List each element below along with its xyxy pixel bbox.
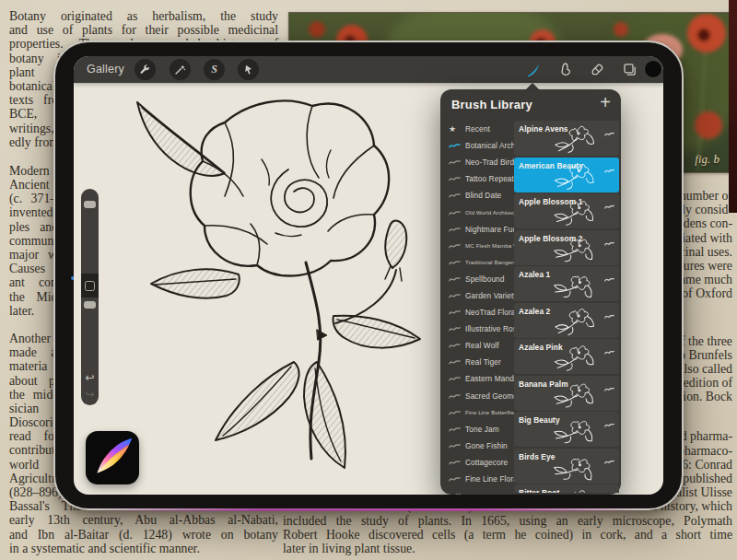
layers-icon <box>622 62 638 77</box>
transform-arrow-icon <box>242 64 254 76</box>
brush-set-label: Eastern Mandalas <box>465 374 514 383</box>
brush-row[interactable]: Bitter Root <box>514 484 619 493</box>
brush-set-row[interactable]: ★ Cottagecore <box>440 454 514 471</box>
brush-set-label: Old World Architecture <box>465 209 514 216</box>
brush-set-label: Illustrative Roses <box>465 324 514 333</box>
brush-set-row[interactable]: ★ Spellbound <box>440 271 514 287</box>
brush-set-row[interactable]: ★ Recent <box>440 121 514 137</box>
brush-set-row[interactable]: ★ Fine Line Floral <box>440 471 514 487</box>
brush-set-row[interactable]: ★ Tattoo Repeaters <box>440 170 514 187</box>
brush-size-slider[interactable] <box>84 201 96 208</box>
brush-set-row[interactable]: ★ Tone Jam <box>440 421 514 438</box>
brush-set-row[interactable]: ★ Botanical Archive <box>440 137 514 154</box>
brush-stroke-icon: ★ <box>449 226 461 233</box>
undo-button[interactable]: ↩ <box>81 371 99 384</box>
document-line: included the study of plants. In 1665, u… <box>283 514 732 528</box>
actions-button[interactable] <box>135 59 156 80</box>
procreate-swoosh-icon <box>86 431 139 484</box>
gallery-button[interactable]: Gallery <box>87 63 124 76</box>
brush-stroke-icon: ★ <box>449 426 461 433</box>
document-line: Robert Hooke discovered cells (a term he… <box>283 528 732 542</box>
brush-stroke-icon: ★ <box>449 175 461 182</box>
brush-set-list: ★ Recent ★ Botanical Archive <box>440 121 514 495</box>
tablet-frame: Gallery S <box>53 41 684 510</box>
brush-set-row[interactable]: ★ Blind Date <box>440 187 514 204</box>
brush-set-row[interactable]: ★ NeoTrad Florals <box>440 304 514 321</box>
brush-stroke-icon: ★ <box>449 392 461 400</box>
brush-set-row[interactable]: ★ Nightmare Fuel <box>440 221 514 238</box>
brush-set-label: Tattoo Repeaters <box>465 174 514 183</box>
brush-opacity-slider[interactable] <box>84 301 96 309</box>
brush-set-row[interactable]: ★ Eastern Mandalas <box>440 370 514 387</box>
brush-set-row[interactable]: ★ Traditional Bangers <box>440 254 514 271</box>
brush-set-row[interactable]: ★ Real Tiger <box>440 354 514 370</box>
brush-stroke-edit-icon <box>604 452 614 469</box>
redo-button[interactable]: ↪ <box>81 388 99 401</box>
brush-stroke-icon: ★ <box>449 259 461 266</box>
brush-set-label: Sacred Geometry <box>465 391 514 401</box>
brush-set-label: Tone Jam <box>465 425 499 434</box>
adjustments-button[interactable] <box>170 59 191 80</box>
brush-stroke-edit-icon <box>604 270 614 286</box>
brush-set-row[interactable]: ★ Illustrative Roses <box>440 321 514 337</box>
brush-flower-thumbnail <box>538 449 601 485</box>
brush-stroke-edit-icon <box>604 307 614 323</box>
tablet-screen: Gallery S <box>74 56 663 495</box>
erase-tool-button[interactable] <box>589 61 605 77</box>
rose-line-art <box>87 86 488 487</box>
brush-tool-button[interactable] <box>524 61 541 77</box>
brush-stroke-icon: ★ <box>449 442 461 449</box>
top-toolbar: Gallery S <box>74 56 663 83</box>
add-brush-button[interactable]: + <box>600 92 611 112</box>
color-swatch-button[interactable] <box>644 60 662 78</box>
brush-stroke-icon: ★ <box>449 325 461 332</box>
brush-row[interactable]: Big Beauty <box>514 412 619 447</box>
brush-row[interactable]: Banana Palm <box>514 376 619 411</box>
sidebar-modify-button[interactable] <box>81 274 99 298</box>
brush-stroke-icon: ★ <box>449 242 461 250</box>
canvas-sidebar: ↩ ↪ <box>81 189 99 405</box>
document-line: Botany originated as herbalism, the stud… <box>9 9 278 23</box>
brush-flower-thumbnail <box>539 233 599 263</box>
brush-set-label: Gone Fishin <box>465 441 508 450</box>
brush-row[interactable]: Azalea 2 <box>514 303 619 338</box>
popover-caret <box>525 83 540 90</box>
selection-s-icon: S <box>211 63 217 76</box>
brush-stroke-edit-icon <box>604 415 614 432</box>
brush-stroke-icon: ★ <box>449 492 461 495</box>
brush-row[interactable]: Azalea Pink <box>514 339 619 374</box>
transform-button[interactable] <box>238 59 259 80</box>
brush-row[interactable]: Azalea 1 <box>514 266 619 301</box>
brush-set-row[interactable]: ★ Sacred Geometry <box>440 388 514 404</box>
document-line: in a systematic and scientific manner. <box>9 542 278 555</box>
layers-button[interactable] <box>621 61 638 77</box>
brush-set-row[interactable]: ★ Real Wolf <box>440 337 514 354</box>
brush-set-row[interactable]: ★ Neo-Trad Birds <box>440 154 514 170</box>
brush-set-row[interactable]: ★ Old World Architecture <box>440 204 514 220</box>
brush-set-row[interactable]: ★ Gone Fishin <box>440 438 514 454</box>
brush-stroke-edit-icon <box>604 161 614 178</box>
brush-stroke-edit-icon <box>604 488 614 493</box>
brush-set-row[interactable]: ★ <box>440 487 514 495</box>
brush-set-label: Real Tiger <box>465 357 501 367</box>
figure-caption: fig. b <box>695 152 719 167</box>
brush-stroke-icon: ★ <box>449 375 461 382</box>
brush-stroke-icon: ★ <box>449 192 461 199</box>
brush-set-row[interactable]: ★ Fine Line Butterflies <box>440 404 514 421</box>
selection-button[interactable]: S <box>204 59 225 80</box>
brush-set-row[interactable]: ★ Garden Variety <box>440 287 514 304</box>
brush-row[interactable]: Apple Blossom 1 <box>514 193 619 228</box>
star-icon: ★ <box>449 125 456 134</box>
page-edge-photo-strip <box>729 0 737 213</box>
brush-flower-thumbnail <box>539 414 600 446</box>
smudge-finger-icon <box>557 62 573 77</box>
brush-row[interactable]: Alpine Avens <box>514 121 619 156</box>
brush-set-row[interactable]: ★ MC Flesh Mamba V1.2 <box>440 238 514 254</box>
brush-row[interactable]: American Beauty <box>514 158 619 192</box>
smudge-tool-button[interactable] <box>556 61 573 77</box>
brush-stroke-icon: ★ <box>449 475 461 483</box>
brush-row[interactable]: Apple Blossom 2 <box>514 230 619 265</box>
brush-row[interactable]: Birds Eye <box>514 449 619 484</box>
brush-stroke-icon: ★ <box>449 342 461 349</box>
brush-stroke-icon: ★ <box>449 459 461 466</box>
